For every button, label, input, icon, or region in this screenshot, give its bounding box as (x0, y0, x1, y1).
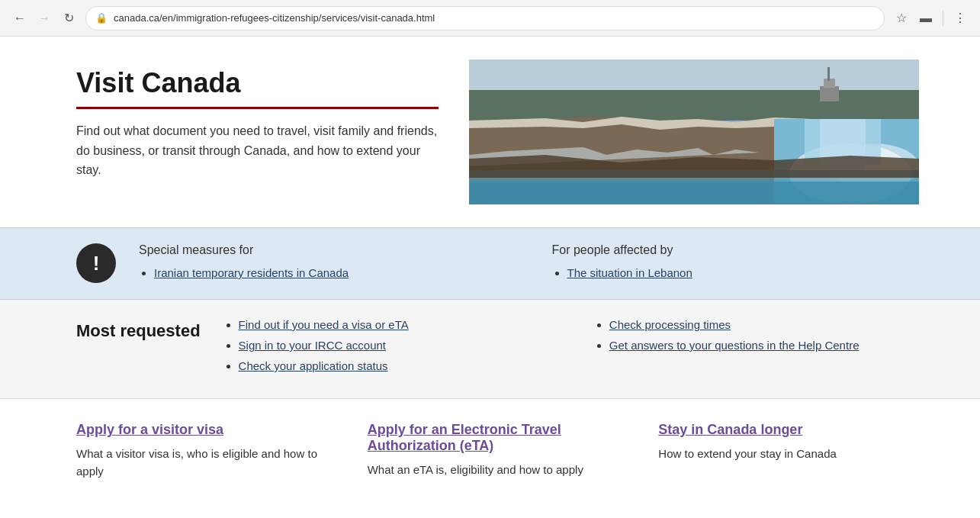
extensions-button[interactable]: ▬ (915, 8, 937, 29)
list-item: Sign in to your IRCC account (239, 339, 548, 352)
stay-longer-link[interactable]: Stay in Canada longer (658, 422, 802, 438)
hero-section: Visit Canada Find out what document you … (0, 37, 980, 227)
stay-longer-card: Stay in Canada longer How to extend your… (658, 422, 919, 480)
list-item: Check your application status (239, 359, 548, 372)
alert-left-column: Special measures for Iranian temporary r… (139, 243, 506, 284)
browser-chrome: ← → ↻ 🔒 ☆ ▬ ⋮ (0, 0, 980, 37)
list-item: The situation in Lebanon (567, 266, 920, 279)
hero-description: Find out what document you need to trave… (76, 121, 439, 180)
alert-left-list: Iranian temporary residents in Canada (139, 266, 506, 279)
alert-right-list: The situation in Lebanon (552, 266, 920, 279)
cards-section: Apply for a visitor visa What a visitor … (0, 399, 980, 503)
address-bar[interactable] (114, 12, 875, 24)
list-item: Check processing times (609, 318, 919, 331)
address-bar-container: 🔒 (85, 6, 885, 31)
alert-icon: ! (76, 243, 116, 283)
alert-columns: Special measures for Iranian temporary r… (139, 243, 919, 284)
iranian-residents-link[interactable]: Iranian temporary residents in Canada (154, 266, 349, 279)
most-requested-columns: Find out if you need a visa or eTA Sign … (223, 318, 919, 380)
list-item: Iranian temporary residents in Canada (154, 266, 506, 279)
page-content: Visit Canada Find out what document you … (0, 37, 980, 503)
svg-rect-13 (820, 86, 839, 101)
hero-text: Visit Canada Find out what document you … (76, 60, 439, 180)
back-button[interactable]: ← (9, 8, 31, 29)
lebanon-situation-link[interactable]: The situation in Lebanon (567, 266, 692, 279)
refresh-button[interactable]: ↻ (58, 8, 79, 29)
most-requested-left-list: Find out if you need a visa or eTA Sign … (223, 318, 548, 372)
most-requested-section: Most requested Find out if you need a vi… (0, 300, 980, 399)
page-title: Visit Canada (76, 67, 439, 109)
eta-link[interactable]: Apply for an Electronic Travel Authoriza… (368, 422, 628, 454)
list-item: Get answers to your questions in the Hel… (609, 339, 919, 352)
bookmark-button[interactable]: ☆ (891, 8, 912, 29)
processing-times-link[interactable]: Check processing times (609, 318, 731, 331)
eta-card: Apply for an Electronic Travel Authoriza… (368, 422, 628, 480)
visa-eta-link[interactable]: Find out if you need a visa or eTA (239, 318, 409, 331)
svg-rect-10 (469, 182, 919, 204)
ircc-account-link[interactable]: Sign in to your IRCC account (239, 339, 386, 352)
alert-left-title: Special measures for (139, 243, 506, 257)
menu-button[interactable]: ⋮ (949, 8, 971, 29)
svg-rect-15 (827, 67, 830, 81)
help-centre-link[interactable]: Get answers to your questions in the Hel… (609, 339, 860, 352)
most-requested-title: Most requested (76, 318, 201, 341)
visitor-visa-link[interactable]: Apply for a visitor visa (76, 422, 223, 438)
visitor-visa-card: Apply for a visitor visa What a visitor … (76, 422, 337, 480)
chrome-divider (943, 11, 943, 26)
list-item: Find out if you need a visa or eTA (239, 318, 548, 331)
eta-description: What an eTA is, eligibility and how to a… (368, 462, 628, 479)
chrome-actions: ☆ ▬ ⋮ (891, 8, 971, 29)
nav-buttons: ← → ↻ (9, 8, 79, 29)
svg-marker-12 (469, 155, 919, 178)
alert-right-column: For people affected by The situation in … (552, 243, 920, 284)
forward-button[interactable]: → (34, 8, 55, 29)
security-icon: 🔒 (95, 12, 108, 24)
alert-right-title: For people affected by (552, 243, 920, 257)
hero-image (469, 60, 919, 204)
application-status-link[interactable]: Check your application status (239, 359, 388, 372)
most-requested-left-column: Find out if you need a visa or eTA Sign … (223, 318, 548, 380)
visitor-visa-description: What a visitor visa is, who is eligible … (76, 446, 337, 480)
alert-section: ! Special measures for Iranian temporary… (0, 227, 980, 300)
most-requested-right-list: Check processing times Get answers to yo… (594, 318, 919, 352)
most-requested-right-column: Check processing times Get answers to yo… (594, 318, 919, 380)
stay-longer-description: How to extend your stay in Canada (658, 446, 919, 463)
svg-rect-1 (469, 90, 919, 121)
